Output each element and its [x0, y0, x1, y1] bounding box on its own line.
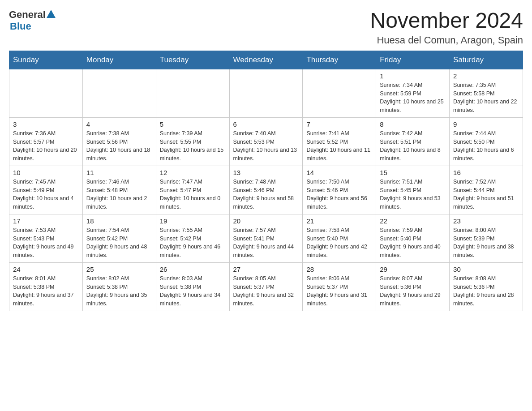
calendar-cell: 29Sunrise: 8:07 AMSunset: 5:36 PMDayligh… — [376, 262, 450, 311]
day-info: Sunrise: 7:39 AMSunset: 5:55 PMDaylight:… — [160, 129, 226, 163]
weekday-header-thursday: Thursday — [303, 51, 376, 69]
day-number: 25 — [86, 265, 152, 273]
day-info: Sunrise: 8:07 AMSunset: 5:36 PMDaylight:… — [380, 274, 446, 308]
calendar-week-row: 10Sunrise: 7:45 AMSunset: 5:49 PMDayligh… — [9, 166, 523, 214]
day-number: 17 — [13, 217, 79, 225]
calendar-cell: 13Sunrise: 7:48 AMSunset: 5:46 PMDayligh… — [229, 166, 303, 214]
day-info: Sunrise: 7:35 AMSunset: 5:58 PMDaylight:… — [453, 81, 519, 115]
day-number: 6 — [233, 120, 299, 128]
day-number: 13 — [233, 169, 299, 176]
day-number: 14 — [306, 169, 372, 176]
day-info: Sunrise: 7:38 AMSunset: 5:56 PMDaylight:… — [86, 129, 152, 163]
day-number: 7 — [306, 120, 372, 128]
day-number: 15 — [380, 169, 446, 176]
day-info: Sunrise: 7:58 AMSunset: 5:40 PMDaylight:… — [306, 226, 372, 260]
day-info: Sunrise: 7:55 AMSunset: 5:42 PMDaylight:… — [160, 226, 226, 260]
calendar-cell: 10Sunrise: 7:45 AMSunset: 5:49 PMDayligh… — [9, 166, 83, 214]
calendar-cell: 17Sunrise: 7:53 AMSunset: 5:43 PMDayligh… — [9, 214, 83, 262]
day-info: Sunrise: 8:05 AMSunset: 5:37 PMDaylight:… — [233, 274, 299, 308]
day-info: Sunrise: 7:53 AMSunset: 5:43 PMDaylight:… — [13, 226, 79, 260]
day-number: 18 — [86, 217, 152, 225]
day-number: 1 — [380, 72, 446, 80]
weekday-header-row: SundayMondayTuesdayWednesdayThursdayFrid… — [9, 51, 523, 69]
day-info: Sunrise: 7:54 AMSunset: 5:42 PMDaylight:… — [86, 226, 152, 260]
day-number: 3 — [13, 120, 79, 128]
calendar-cell: 12Sunrise: 7:47 AMSunset: 5:47 PMDayligh… — [156, 166, 229, 214]
weekday-header-wednesday: Wednesday — [229, 51, 303, 69]
day-number: 16 — [453, 169, 519, 176]
day-info: Sunrise: 7:36 AMSunset: 5:57 PMDaylight:… — [13, 129, 79, 163]
calendar-week-row: 1Sunrise: 7:34 AMSunset: 5:59 PMDaylight… — [9, 69, 523, 117]
day-info: Sunrise: 7:42 AMSunset: 5:51 PMDaylight:… — [380, 129, 446, 163]
calendar-cell: 23Sunrise: 8:00 AMSunset: 5:39 PMDayligh… — [450, 214, 523, 262]
calendar-cell: 3Sunrise: 7:36 AMSunset: 5:57 PMDaylight… — [9, 117, 83, 166]
calendar-week-row: 24Sunrise: 8:01 AMSunset: 5:38 PMDayligh… — [9, 262, 523, 311]
day-number: 10 — [13, 169, 79, 176]
weekday-header-friday: Friday — [376, 51, 450, 69]
calendar-cell: 15Sunrise: 7:51 AMSunset: 5:45 PMDayligh… — [376, 166, 450, 214]
day-info: Sunrise: 8:03 AMSunset: 5:38 PMDaylight:… — [160, 274, 226, 308]
day-number: 23 — [453, 217, 519, 225]
day-info: Sunrise: 8:00 AMSunset: 5:39 PMDaylight:… — [453, 226, 519, 260]
calendar-cell: 21Sunrise: 7:58 AMSunset: 5:40 PMDayligh… — [303, 214, 376, 262]
day-number: 4 — [86, 120, 152, 128]
weekday-header-tuesday: Tuesday — [156, 51, 229, 69]
calendar-cell: 11Sunrise: 7:46 AMSunset: 5:48 PMDayligh… — [82, 166, 156, 214]
day-info: Sunrise: 8:06 AMSunset: 5:37 PMDaylight:… — [306, 274, 372, 308]
weekday-header-monday: Monday — [82, 51, 156, 69]
calendar-cell: 19Sunrise: 7:55 AMSunset: 5:42 PMDayligh… — [156, 214, 229, 262]
day-info: Sunrise: 7:51 AMSunset: 5:45 PMDaylight:… — [380, 178, 446, 211]
calendar-cell: 6Sunrise: 7:40 AMSunset: 5:53 PMDaylight… — [229, 117, 303, 166]
day-number: 27 — [233, 265, 299, 273]
calendar-cell: 4Sunrise: 7:38 AMSunset: 5:56 PMDaylight… — [82, 117, 156, 166]
calendar-cell: 5Sunrise: 7:39 AMSunset: 5:55 PMDaylight… — [156, 117, 229, 166]
day-number: 19 — [160, 217, 226, 225]
day-number: 21 — [306, 217, 372, 225]
day-number: 29 — [380, 265, 446, 273]
calendar-cell: 27Sunrise: 8:05 AMSunset: 5:37 PMDayligh… — [229, 262, 303, 311]
day-number: 22 — [380, 217, 446, 225]
calendar-cell — [82, 69, 156, 117]
calendar-cell: 24Sunrise: 8:01 AMSunset: 5:38 PMDayligh… — [9, 262, 83, 311]
location-subtitle: Huesa del Comun, Aragon, Spain — [370, 34, 523, 46]
logo-triangle-icon — [47, 10, 56, 18]
weekday-header-saturday: Saturday — [450, 51, 523, 69]
day-info: Sunrise: 8:01 AMSunset: 5:38 PMDaylight:… — [13, 274, 79, 308]
day-info: Sunrise: 7:57 AMSunset: 5:41 PMDaylight:… — [233, 226, 299, 260]
day-info: Sunrise: 8:08 AMSunset: 5:36 PMDaylight:… — [453, 274, 519, 308]
day-number: 9 — [453, 120, 519, 128]
day-info: Sunrise: 8:02 AMSunset: 5:38 PMDaylight:… — [86, 274, 152, 308]
calendar-cell: 1Sunrise: 7:34 AMSunset: 5:59 PMDaylight… — [376, 69, 450, 117]
day-number: 12 — [160, 169, 226, 176]
day-info: Sunrise: 7:44 AMSunset: 5:50 PMDaylight:… — [453, 129, 519, 163]
logo: General Blue — [9, 9, 56, 32]
calendar-cell — [229, 69, 303, 117]
calendar-cell: 14Sunrise: 7:50 AMSunset: 5:46 PMDayligh… — [303, 166, 376, 214]
calendar-cell — [156, 69, 229, 117]
calendar-cell: 7Sunrise: 7:41 AMSunset: 5:52 PMDaylight… — [303, 117, 376, 166]
day-number: 2 — [453, 72, 519, 80]
day-info: Sunrise: 7:59 AMSunset: 5:40 PMDaylight:… — [380, 226, 446, 260]
calendar-cell: 8Sunrise: 7:42 AMSunset: 5:51 PMDaylight… — [376, 117, 450, 166]
day-info: Sunrise: 7:41 AMSunset: 5:52 PMDaylight:… — [306, 129, 372, 163]
calendar-table: SundayMondayTuesdayWednesdayThursdayFrid… — [9, 51, 523, 311]
calendar-week-row: 17Sunrise: 7:53 AMSunset: 5:43 PMDayligh… — [9, 214, 523, 262]
day-number: 20 — [233, 217, 299, 225]
calendar-cell: 9Sunrise: 7:44 AMSunset: 5:50 PMDaylight… — [450, 117, 523, 166]
day-info: Sunrise: 7:50 AMSunset: 5:46 PMDaylight:… — [306, 178, 372, 211]
day-number: 26 — [160, 265, 226, 273]
calendar-cell: 2Sunrise: 7:35 AMSunset: 5:58 PMDaylight… — [450, 69, 523, 117]
weekday-header-sunday: Sunday — [9, 51, 83, 69]
calendar-cell — [303, 69, 376, 117]
logo-blue-text: Blue — [10, 21, 31, 32]
logo-general-text: General — [9, 9, 46, 21]
day-number: 30 — [453, 265, 519, 273]
title-section: November 2024 Huesa del Comun, Aragon, S… — [370, 9, 523, 46]
day-number: 5 — [160, 120, 226, 128]
day-number: 11 — [86, 169, 152, 176]
calendar-cell: 20Sunrise: 7:57 AMSunset: 5:41 PMDayligh… — [229, 214, 303, 262]
day-info: Sunrise: 7:46 AMSunset: 5:48 PMDaylight:… — [86, 178, 152, 211]
calendar-cell: 26Sunrise: 8:03 AMSunset: 5:38 PMDayligh… — [156, 262, 229, 311]
day-info: Sunrise: 7:47 AMSunset: 5:47 PMDaylight:… — [160, 178, 226, 211]
day-number: 8 — [380, 120, 446, 128]
